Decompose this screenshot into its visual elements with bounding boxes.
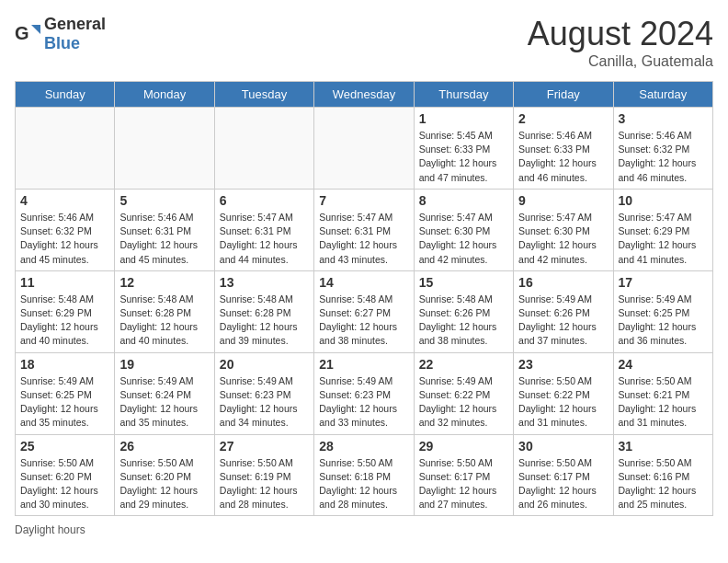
calendar-cell: 27Sunrise: 5:50 AM Sunset: 6:19 PM Dayli… [214, 434, 313, 516]
day-info: Sunrise: 5:49 AM Sunset: 6:26 PM Dayligh… [518, 293, 608, 349]
day-number: 12 [119, 275, 209, 290]
day-number: 30 [518, 439, 608, 454]
day-info: Sunrise: 5:48 AM Sunset: 6:27 PM Dayligh… [319, 293, 408, 349]
calendar-week-3: 18Sunrise: 5:49 AM Sunset: 6:25 PM Dayli… [16, 352, 713, 434]
day-info: Sunrise: 5:49 AM Sunset: 6:24 PM Dayligh… [119, 374, 209, 431]
calendar-week-1: 4Sunrise: 5:46 AM Sunset: 6:32 PM Daylig… [16, 189, 713, 270]
day-number: 29 [419, 439, 508, 454]
calendar-cell: 28Sunrise: 5:50 AM Sunset: 6:18 PM Dayli… [314, 434, 414, 516]
calendar-table: SundayMondayTuesdayWednesdayThursdayFrid… [15, 81, 713, 516]
calendar-cell [214, 108, 313, 190]
subtitle: Canilla, Guatemala [528, 53, 713, 70]
page-header: G General Blue August 2024 Canilla, Guat… [15, 15, 713, 70]
calendar-cell [314, 108, 414, 190]
day-info: Sunrise: 5:48 AM Sunset: 6:28 PM Dayligh… [119, 293, 209, 349]
calendar-cell [115, 108, 214, 190]
calendar-cell: 23Sunrise: 5:50 AM Sunset: 6:22 PM Dayli… [514, 352, 613, 434]
calendar-cell: 19Sunrise: 5:49 AM Sunset: 6:24 PM Dayli… [115, 352, 214, 434]
calendar-week-2: 11Sunrise: 5:48 AM Sunset: 6:29 PM Dayli… [16, 270, 713, 352]
day-number: 24 [619, 357, 708, 372]
day-info: Sunrise: 5:50 AM Sunset: 6:17 PM Dayligh… [518, 456, 608, 512]
calendar-cell: 2Sunrise: 5:46 AM Sunset: 6:33 PM Daylig… [514, 108, 613, 190]
day-info: Sunrise: 5:50 AM Sunset: 6:20 PM Dayligh… [20, 456, 109, 512]
day-info: Sunrise: 5:47 AM Sunset: 6:31 PM Dayligh… [319, 211, 408, 267]
day-info: Sunrise: 5:48 AM Sunset: 6:29 PM Dayligh… [20, 293, 109, 349]
day-number: 10 [619, 193, 708, 208]
day-number: 5 [119, 193, 209, 208]
day-info: Sunrise: 5:46 AM Sunset: 6:32 PM Dayligh… [20, 211, 109, 267]
day-number: 28 [319, 439, 408, 454]
calendar-cell: 30Sunrise: 5:50 AM Sunset: 6:17 PM Dayli… [514, 434, 613, 516]
daylight-label: Daylight hours [15, 523, 85, 536]
calendar-cell: 21Sunrise: 5:49 AM Sunset: 6:23 PM Dayli… [314, 352, 414, 434]
logo-text: General Blue [44, 15, 106, 53]
calendar-week-4: 25Sunrise: 5:50 AM Sunset: 6:20 PM Dayli… [16, 434, 713, 516]
calendar-cell: 7Sunrise: 5:47 AM Sunset: 6:31 PM Daylig… [314, 189, 414, 270]
day-info: Sunrise: 5:45 AM Sunset: 6:33 PM Dayligh… [419, 129, 508, 185]
calendar-cell: 26Sunrise: 5:50 AM Sunset: 6:20 PM Dayli… [115, 434, 214, 516]
calendar-cell: 8Sunrise: 5:47 AM Sunset: 6:30 PM Daylig… [414, 189, 513, 270]
day-number: 11 [20, 275, 109, 290]
calendar-header-row: SundayMondayTuesdayWednesdayThursdayFrid… [16, 82, 713, 108]
day-number: 14 [319, 275, 408, 290]
calendar-cell: 16Sunrise: 5:49 AM Sunset: 6:26 PM Dayli… [514, 270, 613, 352]
day-number: 19 [119, 357, 209, 372]
day-number: 13 [220, 275, 309, 290]
day-info: Sunrise: 5:50 AM Sunset: 6:18 PM Dayligh… [319, 456, 408, 512]
calendar-cell: 25Sunrise: 5:50 AM Sunset: 6:20 PM Dayli… [16, 434, 115, 516]
day-info: Sunrise: 5:47 AM Sunset: 6:30 PM Dayligh… [518, 211, 608, 267]
col-header-wednesday: Wednesday [314, 82, 414, 108]
footer: Daylight hours [15, 523, 713, 536]
day-info: Sunrise: 5:50 AM Sunset: 6:19 PM Dayligh… [220, 456, 309, 512]
calendar-cell: 11Sunrise: 5:48 AM Sunset: 6:29 PM Dayli… [16, 270, 115, 352]
day-number: 26 [119, 439, 209, 454]
calendar-cell: 31Sunrise: 5:50 AM Sunset: 6:16 PM Dayli… [613, 434, 712, 516]
day-info: Sunrise: 5:48 AM Sunset: 6:26 PM Dayligh… [419, 293, 508, 349]
day-number: 7 [319, 193, 408, 208]
calendar-cell: 18Sunrise: 5:49 AM Sunset: 6:25 PM Dayli… [16, 352, 115, 434]
day-number: 6 [220, 193, 309, 208]
day-number: 18 [20, 357, 109, 372]
day-info: Sunrise: 5:46 AM Sunset: 6:32 PM Dayligh… [619, 129, 708, 185]
day-info: Sunrise: 5:46 AM Sunset: 6:33 PM Dayligh… [518, 129, 608, 185]
calendar-cell: 1Sunrise: 5:45 AM Sunset: 6:33 PM Daylig… [414, 108, 513, 190]
day-number: 20 [220, 357, 309, 372]
main-title: August 2024 [528, 15, 713, 53]
col-header-thursday: Thursday [414, 82, 513, 108]
calendar-cell: 22Sunrise: 5:49 AM Sunset: 6:22 PM Dayli… [414, 352, 513, 434]
day-info: Sunrise: 5:50 AM Sunset: 6:20 PM Dayligh… [119, 456, 209, 512]
col-header-friday: Friday [514, 82, 613, 108]
calendar-cell: 14Sunrise: 5:48 AM Sunset: 6:27 PM Dayli… [314, 270, 414, 352]
day-info: Sunrise: 5:48 AM Sunset: 6:28 PM Dayligh… [220, 293, 309, 349]
svg-marker-1 [31, 25, 40, 34]
title-area: August 2024 Canilla, Guatemala [528, 15, 713, 70]
day-number: 3 [619, 111, 708, 126]
day-info: Sunrise: 5:49 AM Sunset: 6:23 PM Dayligh… [220, 374, 309, 431]
day-info: Sunrise: 5:47 AM Sunset: 6:29 PM Dayligh… [619, 211, 708, 267]
day-number: 16 [518, 275, 608, 290]
day-info: Sunrise: 5:49 AM Sunset: 6:22 PM Dayligh… [419, 374, 508, 431]
calendar-cell: 13Sunrise: 5:48 AM Sunset: 6:28 PM Dayli… [214, 270, 313, 352]
day-number: 23 [518, 357, 608, 372]
calendar-cell: 9Sunrise: 5:47 AM Sunset: 6:30 PM Daylig… [514, 189, 613, 270]
day-number: 2 [518, 111, 608, 126]
calendar-cell: 5Sunrise: 5:46 AM Sunset: 6:31 PM Daylig… [115, 189, 214, 270]
day-number: 21 [319, 357, 408, 372]
calendar-cell: 3Sunrise: 5:46 AM Sunset: 6:32 PM Daylig… [613, 108, 712, 190]
logo: G General Blue [15, 15, 106, 53]
col-header-saturday: Saturday [613, 82, 712, 108]
calendar-week-0: 1Sunrise: 5:45 AM Sunset: 6:33 PM Daylig… [16, 108, 713, 190]
logo-icon: G [15, 21, 40, 47]
day-info: Sunrise: 5:49 AM Sunset: 6:25 PM Dayligh… [20, 374, 109, 431]
day-info: Sunrise: 5:49 AM Sunset: 6:23 PM Dayligh… [319, 374, 408, 431]
calendar-cell: 15Sunrise: 5:48 AM Sunset: 6:26 PM Dayli… [414, 270, 513, 352]
logo-blue: Blue [44, 34, 80, 52]
calendar-cell: 24Sunrise: 5:50 AM Sunset: 6:21 PM Dayli… [613, 352, 712, 434]
day-number: 15 [419, 275, 508, 290]
day-number: 31 [619, 439, 708, 454]
day-number: 9 [518, 193, 608, 208]
day-info: Sunrise: 5:46 AM Sunset: 6:31 PM Dayligh… [119, 211, 209, 267]
calendar-cell: 17Sunrise: 5:49 AM Sunset: 6:25 PM Dayli… [613, 270, 712, 352]
day-number: 17 [619, 275, 708, 290]
day-number: 8 [419, 193, 508, 208]
